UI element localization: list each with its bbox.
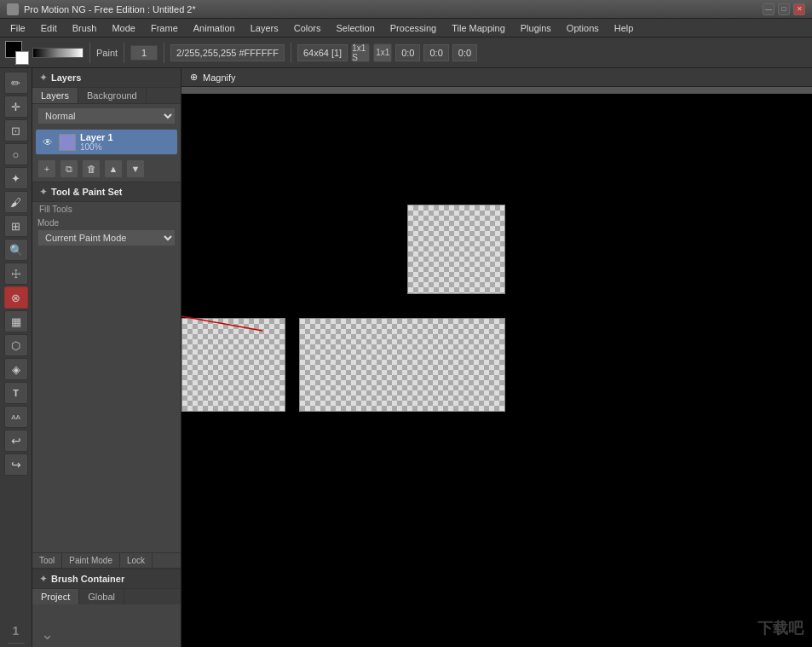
window-controls[interactable]: — □ ✕ [763, 3, 805, 15]
tool-pattern[interactable]: ⊞ [4, 215, 28, 237]
menu-item-colors[interactable]: Colors [287, 21, 328, 35]
checker-bottom-left [181, 318, 285, 412]
coord-info-2: 0:0 [423, 44, 448, 61]
fill-tools-label: Fill Tools [32, 202, 181, 217]
brush-panel: ✦ Brush Container Project Global ⌄ [32, 569, 181, 647]
layers-panel: ✦ Layers Layers Background Normal Multip… [32, 68, 181, 182]
menu-item-animation[interactable]: Animation [187, 21, 242, 35]
title-text: Pro Motion NG - Free Edition : Untitled … [24, 4, 196, 14]
background-color[interactable] [15, 51, 29, 65]
sep-1 [89, 43, 90, 63]
tool-panel-header: ✦ Tool & Paint Set [32, 182, 181, 202]
menu-item-edit[interactable]: Edit [34, 21, 64, 35]
scale-btn-1[interactable]: 1x1 S [351, 43, 370, 62]
brush-size-input[interactable] [130, 45, 158, 61]
tool-fill[interactable]: ▦ [4, 310, 28, 332]
layer-delete-btn[interactable]: 🗑 [82, 159, 101, 178]
maximize-button[interactable]: □ [778, 3, 790, 15]
menu-item-file[interactable]: File [3, 21, 32, 35]
tool-eraser[interactable]: ⊗ [4, 286, 28, 309]
menu-item-brush[interactable]: Brush [66, 21, 104, 35]
magnify-panel-title: ⊕ Magnify [181, 68, 812, 87]
tab-lock[interactable]: Lock [120, 553, 153, 568]
tool-pencil[interactable]: ✏ [4, 72, 28, 94]
blend-mode-select[interactable]: Normal Multiply Screen Overlay [37, 107, 176, 124]
scale-btn-2-text: 1x1 [376, 48, 389, 57]
tab-background[interactable]: Background [78, 88, 147, 103]
tab-global[interactable]: Global [79, 589, 124, 604]
divider [8, 643, 25, 644]
side-panels: ✦ Layers Layers Background Normal Multip… [32, 68, 181, 647]
coord-info-3: 0:0 [452, 44, 477, 61]
menu-item-frame[interactable]: Frame [144, 21, 185, 35]
tab-layers[interactable]: Layers [32, 88, 78, 103]
brush-cursor-icon: ⌄ [41, 625, 54, 644]
menu-item-options[interactable]: Options [560, 21, 606, 35]
scale-btn-1-text: 1x1 S [352, 43, 369, 62]
paint-label: Paint [96, 48, 118, 58]
tool-undo[interactable]: ↩ [4, 430, 28, 452]
menu-item-help[interactable]: Help [608, 21, 641, 35]
tool-palette[interactable]: ⬡ [4, 334, 28, 356]
close-button[interactable]: ✕ [793, 3, 805, 15]
menu-item-tile-mapping[interactable]: Tile Mapping [445, 21, 512, 35]
tool-footer-tabs: Tool Paint Mode Lock [32, 552, 181, 568]
brush-panel-header: ✦ Brush Container [32, 569, 181, 589]
layer-visibility-icon[interactable]: 👁 [41, 136, 55, 149]
coord-2-text: 0:0 [429, 48, 442, 58]
layer-add-btn[interactable]: + [37, 159, 56, 178]
checker-bottom-right [299, 318, 505, 412]
tool-text[interactable]: T [4, 382, 28, 404]
left-toolbar: ✏ ✛ ⊡ ○ ✦ 🖌 ⊞ 🔍 ☩ ⊗ ▦ ⬡ ◈ T AA ↩ ↪ 1 [0, 68, 32, 647]
canvas-info-text: 64x64 [1] [303, 48, 342, 58]
blend-mode-row: Normal Multiply Screen Overlay [32, 104, 181, 128]
menu-item-selection[interactable]: Selection [330, 21, 382, 35]
tool-paint-brush[interactable]: 🖌 [4, 191, 28, 213]
layer-duplicate-btn[interactable]: ⧉ [60, 159, 78, 178]
sep-3 [164, 43, 164, 63]
tab-project[interactable]: Project [32, 589, 79, 604]
layer-controls: + ⧉ 🗑 ▲ ▼ [32, 156, 181, 182]
menu-item-mode[interactable]: Mode [105, 21, 142, 35]
layer-thumbnail [59, 134, 76, 151]
coord-info-1: 0:0 [395, 44, 420, 61]
tool-zoom[interactable]: 🔍 [4, 239, 28, 261]
tool-lasso[interactable]: ○ [4, 143, 28, 165]
tab-paint-mode[interactable]: Paint Mode [62, 553, 120, 568]
color-selector[interactable] [5, 41, 29, 65]
layer-move-down-btn[interactable]: ▼ [126, 159, 145, 178]
color-info: 2/255,255,255 #FFFFFF [170, 44, 285, 61]
minimize-button[interactable]: — [763, 3, 775, 15]
tool-panel-title: Tool & Paint Set [51, 187, 123, 197]
scale-btn-2[interactable]: 1x1 [373, 43, 392, 62]
title-bar: Pro Motion NG - Free Edition : Untitled … [0, 0, 812, 19]
sep-2 [124, 43, 124, 63]
tool-rect-select[interactable]: ⊡ [4, 119, 28, 142]
brush-pin-icon: ✦ [39, 573, 48, 585]
tool-redo[interactable]: ↪ [4, 453, 28, 476]
layer-item-1[interactable]: 👁 Layer 1 100% [36, 130, 177, 154]
brush-panel-title: Brush Container [51, 574, 124, 584]
menu-item-plugins[interactable]: Plugins [514, 21, 558, 35]
canvas-content[interactable]: 下载吧 [181, 94, 812, 647]
checker-top-right [407, 205, 505, 294]
menu-item-processing[interactable]: Processing [383, 21, 443, 35]
tool-shape[interactable]: ◈ [4, 358, 28, 380]
layers-pin-icon: ✦ [39, 72, 48, 84]
canvas-area[interactable]: ⊕ Magnify 下载吧 [181, 68, 812, 647]
tool-antialias[interactable]: AA [4, 406, 28, 428]
layer-opacity: 100% [80, 142, 113, 152]
layer-move-up-btn[interactable]: ▲ [104, 159, 123, 178]
color-info-text: 2/255,255,255 #FFFFFF [176, 48, 279, 58]
color-swatch[interactable] [32, 48, 84, 58]
canvas-info: 64x64 [1] [297, 44, 348, 61]
watermark: 下载吧 [757, 618, 803, 638]
tool-move[interactable]: ✛ [4, 95, 28, 118]
main-layout: ✏ ✛ ⊡ ○ ✦ 🖌 ⊞ 🔍 ☩ ⊗ ▦ ⬡ ◈ T AA ↩ ↪ 1 ✦ L… [0, 68, 812, 647]
menu-item-layers[interactable]: Layers [244, 21, 285, 35]
tool-magic-wand[interactable]: ✦ [4, 167, 28, 189]
layers-panel-title: Layers [51, 72, 81, 83]
tab-tool[interactable]: Tool [32, 553, 62, 568]
tool-hand[interactable]: ☩ [4, 263, 28, 285]
mode-select[interactable]: Current Paint Mode Replace Add Subtract [37, 229, 176, 246]
